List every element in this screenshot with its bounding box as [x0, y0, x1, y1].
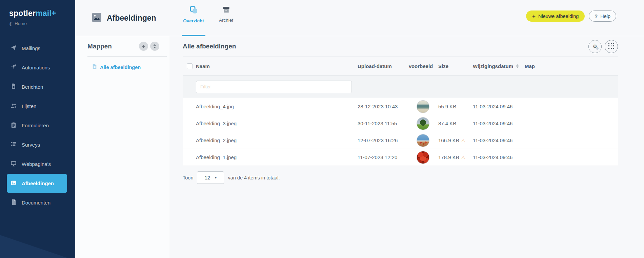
help-button[interactable]: ? Help: [589, 10, 616, 22]
preview-cell: [408, 117, 438, 130]
home-link[interactable]: ❮ Home: [9, 21, 27, 26]
sort-folders-button[interactable]: [150, 42, 159, 51]
file-size-cell: 178.9 KB⚠: [438, 154, 473, 160]
preview-cell: [408, 100, 438, 113]
table-row[interactable]: Afbeelding_1.jpeg 11-07-2023 12:20 178.9…: [183, 149, 618, 166]
tab-bar: Overzicht Archief: [180, 0, 240, 36]
sidebar-item-label: Surveys: [22, 142, 40, 148]
content-area: Alle afbeeldingen ⚙ ⚙ Naam Upload-datum …: [183, 36, 618, 184]
modified-date: 11-03-2024 09:46: [473, 154, 525, 160]
file-icon: [10, 199, 17, 207]
page-title-image-icon: [92, 13, 101, 23]
column-header-naam[interactable]: Naam: [196, 63, 358, 69]
table-row[interactable]: Afbeelding_3.jpeg 30-11-2023 11:55 87.4 …: [183, 115, 618, 132]
file-size-cell: 166.9 KB⚠: [438, 137, 473, 143]
image-thumbnail[interactable]: [417, 100, 429, 113]
column-header-wijzigingsdatum[interactable]: Wijzigingsdatum: [473, 63, 525, 69]
sidebar-item-documenten[interactable]: Documenten: [0, 193, 75, 212]
overlapping-squares-icon: [189, 6, 198, 16]
image-thumbnail[interactable]: [417, 151, 429, 164]
filter-input[interactable]: [196, 81, 352, 93]
warning-icon: ⚠: [461, 155, 465, 160]
tab-archief[interactable]: Archief: [213, 0, 240, 36]
table-row[interactable]: Afbeelding_2.jpeg 12-07-2023 16:26 166.9…: [183, 132, 618, 149]
sidebar-item-label: Mailings: [22, 45, 40, 51]
upload-date: 12-07-2023 16:26: [358, 137, 408, 143]
sidebar-item-label: Documenten: [22, 200, 51, 206]
filter-row: [183, 76, 618, 98]
upload-date: 11-07-2023 12:20: [358, 154, 408, 160]
sidebar-item-mailings[interactable]: Mailings: [0, 39, 75, 58]
sidebar-item-webpaginas[interactable]: Webpagina's: [0, 154, 75, 174]
main-area: Afbeeldingen Overzicht Archief + Nieuwe …: [75, 0, 644, 258]
sidebar-item-automations[interactable]: Automations: [0, 58, 75, 77]
tab-overzicht[interactable]: Overzicht: [180, 0, 207, 36]
file-size-text: 55.9 KB: [438, 104, 456, 109]
image-icon: [10, 179, 17, 187]
sidebar-item-surveys[interactable]: Surveys: [0, 135, 75, 154]
tab-label: Overzicht: [183, 18, 204, 23]
page-size-value: 12: [205, 175, 210, 180]
sidebar-item-formulieren[interactable]: Formulieren: [0, 116, 75, 135]
folders-divider: [87, 56, 167, 57]
sidebar-item-label: Formulieren: [22, 123, 49, 128]
file-size-link[interactable]: 166.9 KB: [438, 137, 459, 144]
pagination-total-label: van de 4 items in totaal.: [228, 175, 280, 180]
app-logo: spotlermail+: [9, 9, 56, 18]
dotted-grid-icon: [608, 43, 614, 50]
upload-date: 28-12-2023 10:43: [358, 104, 408, 109]
new-image-button[interactable]: + Nieuwe afbeelding: [526, 10, 585, 22]
home-label: Home: [15, 21, 27, 26]
sidebar-item-label: Berichten: [22, 84, 43, 90]
image-name[interactable]: Afbeelding_1.jpeg: [196, 154, 358, 160]
new-image-label: Nieuwe afbeelding: [538, 14, 579, 19]
table-row[interactable]: Afbeelding_4.jpg 28-12-2023 10:43 55.9 K…: [183, 98, 618, 115]
logo-secondary: mail+: [36, 9, 56, 18]
file-size-link[interactable]: 178.9 KB: [438, 154, 459, 161]
image-name[interactable]: Afbeelding_3.jpeg: [196, 121, 358, 126]
rocket-icon: [10, 64, 17, 71]
preview-cell: [408, 151, 438, 164]
document-icon: [10, 83, 17, 91]
help-label: Help: [600, 14, 610, 19]
chevron-left-icon: ❮: [9, 21, 12, 26]
plus-icon: +: [532, 13, 536, 19]
sidebar-item-label: Webpagina's: [22, 161, 51, 167]
sidebar-item-label: Automations: [22, 65, 50, 70]
content-title: Alle afbeeldingen: [183, 43, 236, 50]
warning-icon: ⚠: [461, 138, 465, 143]
column-header-map[interactable]: Map: [525, 63, 618, 69]
sidebar-item-afbeeldingen[interactable]: Afbeeldingen: [7, 174, 67, 193]
sort-arrows-icon: [153, 44, 157, 49]
page-title: Afbeeldingen: [107, 14, 156, 23]
file-size-cell: 87.4 KB: [438, 121, 473, 126]
monitor-icon: [10, 160, 17, 168]
question-icon: ?: [595, 14, 598, 19]
upload-date: 30-11-2023 11:55: [358, 121, 408, 126]
expand-grid-button[interactable]: [605, 40, 618, 53]
image-thumbnail[interactable]: [417, 117, 429, 130]
logo-primary: spotler: [9, 9, 36, 18]
clipboard-icon: [10, 122, 17, 129]
sidebar-item-label: Lijsten: [22, 103, 36, 109]
select-all-checkbox[interactable]: [187, 63, 193, 69]
image-name[interactable]: Afbeelding_4.jpg: [196, 104, 358, 109]
column-header-upload-datum[interactable]: Upload-datum: [358, 63, 408, 69]
sidebar: spotlermail+ ❮ Home Mailings Automations…: [0, 0, 75, 258]
sidebar-item-berichten[interactable]: Berichten: [0, 77, 75, 96]
column-header-size[interactable]: Size: [438, 63, 473, 69]
image-name[interactable]: Afbeelding_2.jpeg: [196, 137, 358, 143]
page-header: Afbeeldingen Overzicht Archief + Nieuwe …: [75, 0, 644, 36]
page-size-select[interactable]: 12 ▾: [197, 171, 224, 184]
archive-box-icon: [222, 6, 230, 15]
table-settings-button[interactable]: ⚙ ⚙: [588, 40, 602, 53]
folder-item-alle-afbeeldingen[interactable]: Alle afbeeldingen: [92, 64, 141, 70]
preview-cell: [408, 134, 438, 147]
table-rows: Afbeelding_4.jpg 28-12-2023 10:43 55.9 K…: [183, 98, 618, 166]
sort-arrows-icon[interactable]: [516, 64, 519, 68]
sidebar-item-lijsten[interactable]: Lijsten: [0, 96, 75, 116]
plus-icon: +: [142, 44, 145, 49]
image-thumbnail[interactable]: [417, 134, 429, 147]
add-folder-button[interactable]: +: [139, 42, 148, 51]
users-icon: [10, 102, 17, 110]
